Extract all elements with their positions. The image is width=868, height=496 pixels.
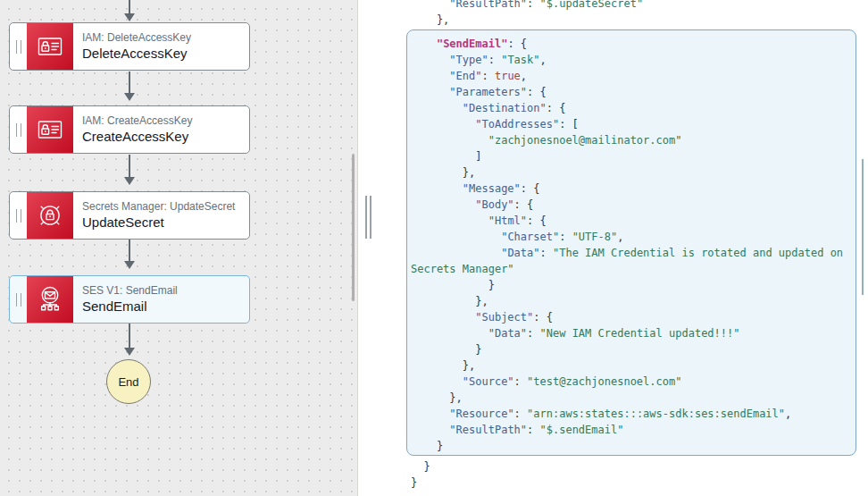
grip-lines-icon: [16, 209, 21, 223]
splitter-grip-icon: [365, 196, 371, 239]
node-service-label: SES V1: SendEmail: [82, 284, 178, 298]
node-name-label: UpdateSecret: [82, 214, 235, 231]
workflow-node-deleteaccesskey[interactable]: IAM: DeleteAccessKeyDeleteAccessKey: [9, 22, 250, 71]
code-line: "Parameters": {: [411, 84, 843, 100]
code-line: "Data": "New IAM Credential updated!!!": [411, 325, 843, 341]
node-service-label: IAM: CreateAccessKey: [82, 114, 192, 128]
transition-arrow: [129, 0, 130, 14]
code-line: "SendEmail": {: [411, 36, 843, 52]
canvas-scrollbar[interactable]: [352, 154, 355, 301]
drag-handle-icon[interactable]: [10, 192, 27, 239]
code-line: "Resource": "arn:aws:states:::aws-sdk:se…: [411, 406, 843, 422]
code-line: "ResultPath": "$.updateSecret": [411, 0, 843, 12]
code-line: "Message": {: [411, 181, 843, 197]
secrets-manager-icon: [27, 192, 73, 239]
grip-lines-icon: [16, 123, 21, 137]
node-labels: IAM: CreateAccessKeyCreateAccessKey: [73, 106, 192, 153]
transition-arrow: [129, 71, 130, 93]
code-line: },: [411, 357, 843, 374]
drag-handle-icon[interactable]: [10, 106, 27, 153]
code-line: },: [411, 390, 843, 406]
drag-handle-icon[interactable]: [10, 23, 27, 70]
arrowhead-icon: [124, 13, 135, 21]
code-line: "End": true,: [411, 68, 843, 84]
node-labels: Secrets Manager: UpdateSecretUpdateSecre…: [73, 192, 235, 239]
code-line: }: [411, 458, 843, 475]
code-line: "zachjonesnoel@mailinator.com": [411, 132, 843, 148]
code-line: "Body": {: [411, 197, 843, 213]
node-service-label: Secrets Manager: UpdateSecret: [82, 200, 235, 214]
arrowhead-icon: [124, 348, 135, 356]
code-line: "ResultPath": "$.sendEmail": [411, 422, 843, 438]
code-line: },: [411, 12, 843, 28]
end-node-label: End: [118, 375, 138, 389]
state-machine-definition: "ResultPath": "$.updateSecret" }, "SendE…: [411, 0, 843, 491]
node-name-label: SendEmail: [82, 298, 178, 315]
node-labels: IAM: DeleteAccessKeyDeleteAccessKey: [73, 23, 191, 70]
arrowhead-icon: [124, 261, 135, 269]
node-name-label: DeleteAccessKey: [82, 45, 191, 63]
panel-splitter[interactable]: [359, 0, 386, 496]
workflow-node-sendemail[interactable]: SES V1: SendEmailSendEmail: [9, 275, 250, 324]
arrowhead-icon: [124, 177, 135, 185]
code-line: }: [411, 438, 843, 454]
iam-icon: [27, 23, 73, 70]
arrowhead-icon: [124, 93, 135, 101]
transition-arrow: [129, 324, 130, 348]
node-name-label: CreateAccessKey: [82, 128, 192, 146]
transition-arrow: [129, 240, 130, 261]
code-scrollbar[interactable]: [862, 159, 864, 295]
transition-arrow: [129, 155, 130, 177]
code-line: },: [411, 164, 843, 181]
workflow-node-updatesecret[interactable]: Secrets Manager: UpdateSecretUpdateSecre…: [9, 191, 250, 240]
code-line: }: [411, 341, 843, 357]
node-service-label: IAM: DeleteAccessKey: [82, 31, 191, 45]
code-editor[interactable]: "ResultPath": "$.updateSecret" }, "SendE…: [386, 0, 868, 496]
drag-handle-icon[interactable]: [10, 276, 27, 323]
grip-lines-icon: [16, 293, 21, 307]
code-line: "Source": "test@zachjonesnoel.com": [411, 374, 843, 390]
code-line: },: [411, 293, 843, 309]
code-line: "Data": "The IAM Credential is rotated a…: [411, 245, 843, 261]
code-line: "Html": {: [411, 213, 843, 229]
end-node[interactable]: End: [106, 359, 151, 404]
code-line: "ToAddresses": [: [411, 116, 843, 132]
code-line: "Charset": "UTF-8",: [411, 229, 843, 245]
grip-lines-icon: [16, 40, 21, 54]
code-line: ]: [411, 148, 843, 164]
workflow-node-createaccesskey[interactable]: IAM: CreateAccessKeyCreateAccessKey: [9, 105, 250, 154]
code-line: "Type": "Task",: [411, 52, 843, 68]
code-line: }: [411, 277, 843, 293]
iam-icon: [27, 106, 73, 153]
node-labels: SES V1: SendEmailSendEmail: [73, 276, 178, 323]
code-line: }: [411, 475, 843, 491]
workflow-canvas[interactable]: IAM: DeleteAccessKeyDeleteAccessKeyIAM: …: [0, 0, 358, 496]
ses-email-icon: [27, 276, 73, 323]
code-line: Secrets Manager": [411, 261, 843, 277]
code-line: "Subject": {: [411, 309, 843, 325]
code-line: "Destination": {: [411, 100, 843, 116]
